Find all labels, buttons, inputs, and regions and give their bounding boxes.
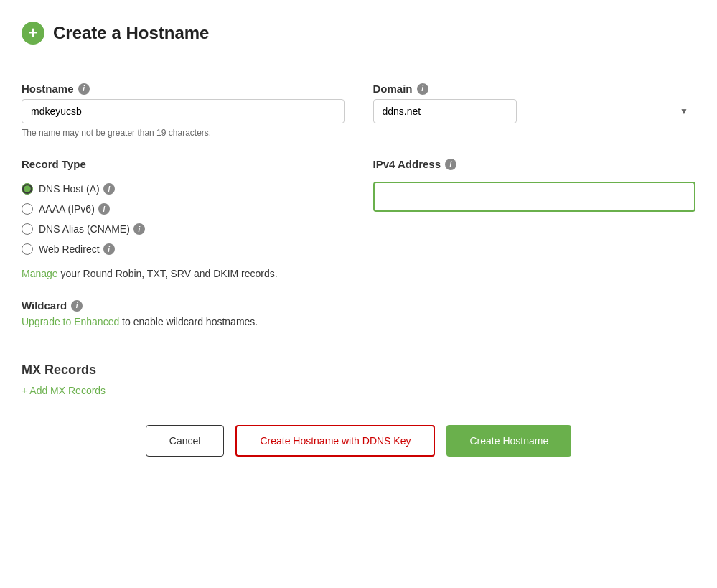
page-title: Create a Hostname (53, 23, 209, 43)
aaaa-ipv6-info-icon[interactable]: i (98, 203, 110, 215)
manage-link[interactable]: Manage (22, 268, 58, 279)
dns-host-a-info-icon[interactable]: i (103, 183, 115, 195)
manage-text: Manage your Round Robin, TXT, SRV and DK… (22, 268, 345, 279)
create-hostname-with-ddns-key-button[interactable]: Create Hostname with DDNS Key (235, 425, 435, 457)
ipv4-section: IPv4 Address i (373, 158, 696, 279)
radio-aaaa-ipv6-input[interactable] (22, 203, 33, 215)
page-header: + Create a Hostname (22, 22, 695, 45)
hostname-hint: The name may not be greater than 19 char… (22, 128, 345, 138)
domain-select[interactable]: ddns.net no-ip.org hopto.org zapto.org s… (373, 99, 517, 123)
domain-info-icon[interactable]: i (417, 83, 428, 95)
radio-dns-alias-cname-input[interactable] (22, 223, 33, 235)
radio-dns-alias-cname-label: DNS Alias (CNAME) i (39, 223, 145, 235)
chevron-down-icon: ▼ (680, 106, 688, 116)
wildcard-section: Wildcard i Upgrade to Enhanced to enable… (22, 299, 695, 327)
radio-aaaa-ipv6[interactable]: AAAA (IPv6) i (22, 200, 345, 218)
domain-label: Domain i (373, 83, 696, 95)
header-divider (22, 62, 695, 62)
dns-alias-cname-info-icon[interactable]: i (133, 223, 145, 235)
cancel-button[interactable]: Cancel (146, 425, 225, 457)
record-type-label: Record Type (22, 158, 345, 170)
domain-select-wrapper: ddns.net no-ip.org hopto.org zapto.org s… (373, 99, 696, 123)
radio-dns-alias-cname[interactable]: DNS Alias (CNAME) i (22, 220, 345, 238)
hostname-label: Hostname i (22, 83, 345, 95)
top-form-grid: Hostname i The name may not be greater t… (22, 83, 695, 138)
radio-dns-host-a-label: DNS Host (A) i (39, 183, 115, 195)
wildcard-upgrade-text: Upgrade to Enhanced to enable wildcard h… (22, 316, 695, 327)
hostname-group: Hostname i The name may not be greater t… (22, 83, 345, 138)
wildcard-label: Wildcard i (22, 299, 695, 312)
mx-records-title: MX Records (22, 363, 695, 378)
ipv4-label: IPv4 Address i (373, 158, 696, 170)
radio-web-redirect[interactable]: Web Redirect i (22, 241, 345, 258)
ipv4-info-icon[interactable]: i (445, 159, 456, 170)
radio-dns-host-a[interactable]: DNS Host (A) i (22, 180, 345, 197)
record-ipv4-grid: Record Type DNS Host (A) i AAAA (IPv6) i (22, 158, 695, 279)
domain-group: Domain i ddns.net no-ip.org hopto.org za… (373, 83, 696, 138)
radio-web-redirect-label: Web Redirect i (39, 243, 115, 255)
record-type-section: Record Type DNS Host (A) i AAAA (IPv6) i (22, 158, 345, 279)
wildcard-info-icon[interactable]: i (71, 300, 83, 312)
radio-dns-host-a-input[interactable] (22, 183, 33, 195)
mx-records-section: MX Records + Add MX Records (22, 363, 695, 396)
footer-buttons: Cancel Create Hostname with DDNS Key Cre… (22, 425, 695, 457)
middle-divider (22, 345, 695, 345)
add-icon: + (22, 22, 44, 45)
upgrade-link[interactable]: Upgrade to Enhanced (22, 316, 119, 327)
hostname-info-icon[interactable]: i (78, 83, 90, 95)
web-redirect-info-icon[interactable]: i (103, 243, 115, 255)
hostname-input[interactable] (22, 99, 345, 123)
radio-web-redirect-input[interactable] (22, 243, 33, 255)
ipv4-input[interactable] (373, 182, 696, 212)
add-mx-records-link[interactable]: + Add MX Records (22, 385, 695, 396)
radio-aaaa-ipv6-label: AAAA (IPv6) i (39, 203, 110, 215)
create-hostname-button[interactable]: Create Hostname (446, 425, 571, 457)
